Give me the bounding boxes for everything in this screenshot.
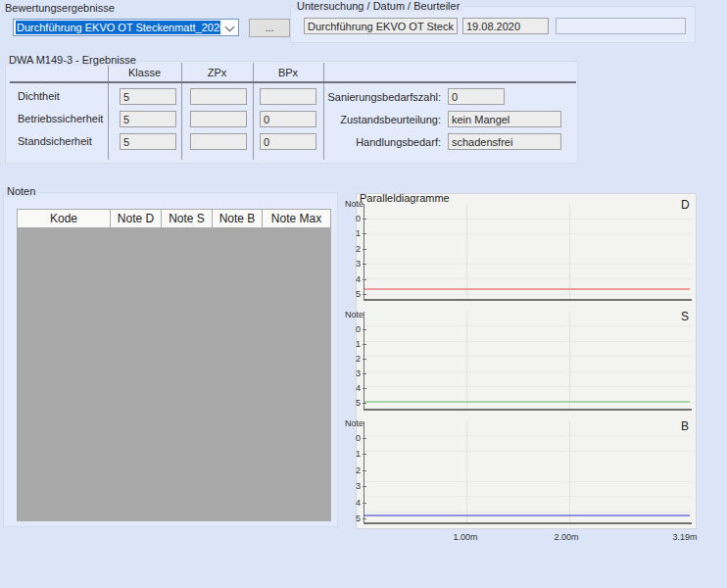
standsicherheit-zpx-field[interactable] — [190, 133, 247, 150]
header-note-b[interactable]: Note B — [212, 209, 263, 228]
chart-plot-b: 0 1 2 3 4 5 — [364, 421, 692, 524]
datum-field[interactable] — [462, 18, 549, 34]
ytick: 4 — [341, 275, 361, 284]
dichtheit-klasse-field[interactable] — [120, 88, 176, 105]
col-header-zpx: ZPx — [181, 67, 253, 78]
bewertungsergebnisse-label: Bewertungsergebnisse — [5, 2, 115, 14]
betriebssicherheit-klasse-field[interactable] — [120, 111, 176, 127]
untersuchung-group-label: Untersuchung / Datum / Beurteiler — [294, 0, 462, 12]
ytick: 5 — [341, 399, 361, 408]
ytick: 2 — [341, 245, 361, 254]
ytick: 2 — [341, 466, 361, 475]
betriebssicherheit-zpx-field[interactable] — [190, 111, 247, 127]
app-window: Bewertungsergebnisse Durchführung EKVO O… — [0, 0, 727, 588]
noten-table-header: Kode Note D Note S Note B Note Max — [17, 209, 331, 228]
series-line-s — [364, 401, 690, 403]
note-axis-title-d: Note — [345, 200, 364, 209]
dwa-groupbox: Klasse ZPx BPx Dichtheit Betriebssicherh… — [5, 61, 578, 164]
ytick: 3 — [341, 369, 361, 378]
header-note-s[interactable]: Note S — [161, 209, 213, 228]
dichtheit-zpx-field[interactable] — [190, 88, 247, 105]
xaxis-label-2m: 2.00m — [537, 532, 596, 542]
dwa-group-label: DWA M149-3 - Ergebnisse — [6, 54, 139, 66]
standsicherheit-klasse-field[interactable] — [120, 133, 176, 150]
ytick: 2 — [341, 355, 361, 364]
sanierungsbedarfszahl-label: Sanierungsbedarfszahl: — [245, 89, 441, 106]
ytick: 1 — [341, 340, 361, 349]
beurteiler-field[interactable] — [556, 18, 686, 34]
ytick: 3 — [341, 260, 361, 269]
ytick: 4 — [341, 499, 361, 508]
ytick: 1 — [341, 229, 361, 238]
chevron-down-icon[interactable] — [225, 23, 235, 32]
series-line-d — [364, 288, 690, 290]
bewertung-combobox[interactable]: Durchführung EKVO OT Steckenmatt_2020/08… — [13, 19, 239, 36]
handlungsbedarf-field[interactable] — [448, 133, 561, 150]
col-header-klasse: Klasse — [108, 67, 181, 78]
ytick: 0 — [341, 215, 361, 223]
chart-plot-d: 0 1 2 3 4 5 — [364, 204, 692, 301]
row-label-betriebssicherheit: Betriebssicherheit — [18, 111, 103, 127]
note-axis-title-b: Note — [345, 419, 364, 428]
header-kode[interactable]: Kode — [17, 209, 111, 228]
sanierungsbedarfszahl-field[interactable] — [448, 88, 505, 105]
paralleldiagramme-label: Paralleldiagramme — [360, 192, 450, 204]
paralleldiagramme-panel: Paralleldiagramme Note D 0 1 2 3 4 5 Not… — [356, 193, 697, 529]
ytick: 3 — [341, 482, 361, 491]
untersuchung-field[interactable] — [304, 18, 458, 34]
header-note-max[interactable]: Note Max — [262, 209, 331, 228]
row-label-standsicherheit: Standsicherheit — [18, 133, 92, 150]
zustandsbeurteilung-field[interactable] — [448, 111, 561, 127]
ytick: 0 — [341, 434, 361, 443]
xaxis-label-end: 3.19m — [655, 532, 714, 542]
ytick: 5 — [341, 290, 361, 299]
series-line-b — [364, 514, 690, 516]
noten-group-label: Noten — [4, 185, 38, 197]
grid-header-rule — [10, 81, 576, 83]
col-header-bpx: BPx — [253, 67, 323, 78]
ytick: 5 — [341, 514, 361, 523]
row-label-dichtheit: Dichtheit — [18, 88, 60, 105]
ytick: 0 — [341, 325, 361, 334]
chart-plot-s: 0 1 2 3 4 5 — [364, 312, 692, 411]
zustandsbeurteilung-label: Zustandsbeurteilung: — [245, 112, 441, 128]
header-note-d[interactable]: Note D — [110, 209, 162, 228]
ytick: 4 — [341, 384, 361, 393]
handlungsbedarf-label: Handlungsbedarf: — [245, 134, 441, 151]
noten-table-body-empty — [17, 227, 331, 521]
note-axis-title-s: Note — [345, 311, 364, 319]
browse-button[interactable]: ... — [249, 19, 290, 37]
combobox-selected-text: Durchführung EKVO OT Steckenmatt_2020/08… — [16, 21, 220, 34]
xaxis-label-1m: 1.00m — [436, 532, 495, 542]
ytick: 1 — [341, 450, 361, 459]
